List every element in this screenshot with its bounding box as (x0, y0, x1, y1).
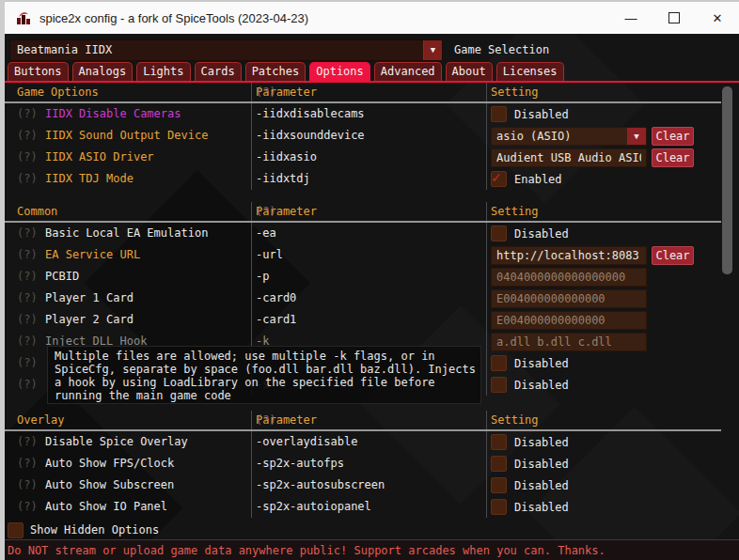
clear-button[interactable]: Clear (652, 127, 694, 146)
section-title: Common (17, 202, 57, 221)
app-body: Beatmania IIDX ▼ Game Selection Buttons … (5, 34, 739, 560)
section-header: Game Options Parameter (?) Setting (5, 83, 721, 103)
help-icon[interactable]: (?) (17, 453, 38, 474)
section-header: Overlay Parameter (?) Setting (5, 411, 721, 431)
help-icon[interactable]: (?) (17, 431, 38, 453)
checkbox[interactable] (491, 171, 507, 187)
option-label: Player 2 Card (45, 309, 134, 331)
help-icon[interactable]: (?) (17, 266, 38, 288)
option-label: Player 1 Card (45, 288, 134, 309)
option-parameter: -iidxsounddevice (256, 125, 365, 147)
checkbox-label: Disabled (514, 357, 569, 370)
checkbox-label: Disabled (514, 501, 569, 514)
tooltip-line: SpiceCfg, separate by space (foo.dll bar… (55, 363, 480, 376)
option-row: (?) Player 1 Card -card0 (5, 288, 721, 309)
checkbox[interactable] (491, 456, 507, 472)
scrollbar-thumb[interactable] (722, 86, 732, 274)
setting-header: Setting (491, 202, 539, 221)
section-header: Common Parameter (?) Setting (5, 202, 721, 223)
help-icon[interactable]: (?) (17, 168, 38, 190)
checkbox[interactable] (491, 106, 507, 122)
show-hidden-label: Show Hidden Options (30, 523, 159, 537)
checkbox[interactable] (491, 499, 507, 515)
tab-analogs[interactable]: Analogs (72, 62, 134, 81)
option-label: EA Service URL (45, 244, 140, 266)
help-icon[interactable]: (?) (256, 411, 276, 429)
option-parameter: -card1 (256, 309, 296, 331)
help-icon[interactable]: (?) (17, 496, 38, 518)
window-title: spice2x config - a fork of SpiceTools (2… (39, 11, 609, 25)
checkbox-label: Disabled (514, 108, 569, 121)
help-icon[interactable]: (?) (17, 223, 38, 244)
tab-patches[interactable]: Patches (245, 62, 307, 81)
tab-lights[interactable]: Lights (136, 62, 190, 81)
option-row: (?) Player 2 Card -card1 (5, 309, 721, 331)
section-game-options: Game Options Parameter (?) Setting (?) I… (5, 83, 721, 190)
help-icon[interactable]: (?) (17, 288, 38, 309)
tab-advanced[interactable]: Advanced (374, 62, 442, 81)
help-icon[interactable]: (?) (256, 83, 276, 101)
dropdown-arrow-icon[interactable]: ▼ (627, 128, 646, 145)
checkbox[interactable] (491, 434, 507, 450)
game-selection-value: Beatmania IIDX (17, 40, 112, 60)
player1-card-input[interactable] (491, 289, 647, 308)
dropdown-arrow-icon[interactable]: ▼ (423, 40, 442, 60)
help-icon[interactable]: (?) (17, 309, 38, 331)
tab-cards[interactable]: Cards (195, 62, 242, 81)
maximize-icon (668, 12, 680, 23)
option-parameter: -iidxasio (256, 147, 317, 168)
titlebar: spice2x config - a fork of SpiceTools (2… (5, 0, 739, 34)
section-overlay: Overlay Parameter (?) Setting (?) Disabl… (5, 411, 721, 518)
game-selection-dropdown[interactable]: Beatmania IIDX ▼ (9, 39, 443, 61)
help-icon[interactable]: (?) (17, 125, 38, 147)
inject-dll-input[interactable] (491, 333, 647, 351)
checkbox-label: Enabled (514, 173, 562, 186)
checkbox-label: Disabled (514, 436, 569, 449)
checkbox[interactable] (491, 377, 507, 393)
option-row: (?) IIDX Sound Output Device -iidxsoundd… (5, 125, 721, 147)
section-title: Overlay (17, 411, 65, 429)
tooltip-line: running the main game code (55, 389, 480, 402)
show-hidden-checkbox[interactable] (8, 522, 24, 538)
option-parameter: -sp2x-autofps (256, 453, 344, 474)
option-label: IIDX TDJ Mode (45, 168, 134, 190)
option-parameter: -iidxtdj (256, 168, 310, 190)
ea-service-url-input[interactable] (491, 246, 647, 265)
clear-button[interactable]: Clear (652, 148, 694, 167)
close-button[interactable]: ✕ (696, 2, 739, 34)
help-icon[interactable]: (?) (17, 474, 38, 496)
option-row: (?) IIDX Disable Cameras -iidxdisablecam… (5, 103, 721, 125)
tab-about[interactable]: About (446, 62, 493, 81)
tooltip: Multiple files are allowed; use multiple… (47, 346, 481, 404)
pcbid-input[interactable] (491, 268, 647, 287)
checkbox-label: Disabled (514, 458, 569, 471)
option-row: (?) EA Service URL -url Clear (5, 244, 721, 266)
player2-card-input[interactable] (491, 311, 647, 330)
tab-buttons[interactable]: Buttons (8, 62, 69, 81)
tab-licenses[interactable]: Licenses (496, 62, 564, 81)
option-row: (?) Auto Show FPS/Clock -sp2x-autofps Di… (5, 453, 721, 474)
option-label: IIDX ASIO Driver (45, 147, 154, 168)
setting-header: Setting (491, 83, 539, 101)
checkbox[interactable] (491, 355, 507, 371)
maximize-button[interactable] (653, 2, 696, 34)
help-icon[interactable]: (?) (17, 147, 38, 168)
window-edge-strip (0, 0, 5, 560)
help-icon[interactable]: (?) (17, 374, 38, 396)
help-icon[interactable]: (?) (17, 103, 38, 125)
option-label: Auto Show IO Panel (45, 496, 167, 518)
minimize-button[interactable]: — (609, 2, 653, 34)
clear-button[interactable]: Clear (652, 246, 694, 265)
asio-driver-input[interactable] (491, 148, 647, 167)
checkbox[interactable] (491, 226, 507, 241)
sound-device-select[interactable]: asio (ASIO) ▼ (491, 127, 647, 146)
option-parameter: -overlaydisable (256, 431, 357, 453)
help-icon[interactable]: (?) (17, 352, 38, 374)
help-icon[interactable]: (?) (17, 244, 38, 266)
option-parameter: -p (256, 266, 269, 288)
status-message: Do NOT stream or upload game data anywhe… (8, 542, 739, 559)
tab-options[interactable]: Options (309, 62, 370, 81)
checkbox[interactable] (491, 477, 507, 493)
help-icon[interactable]: (?) (256, 202, 276, 221)
help-icon[interactable]: (?) (17, 331, 38, 352)
